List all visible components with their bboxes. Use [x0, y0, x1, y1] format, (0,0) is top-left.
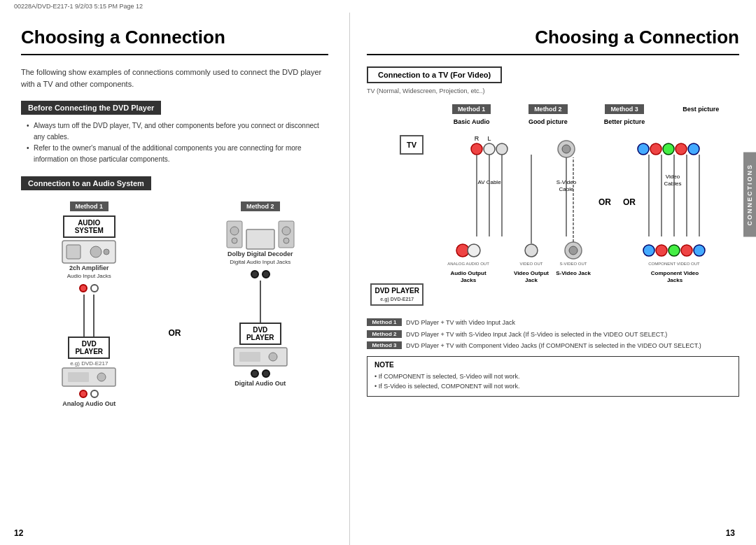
method2-diagram: Dolby Digital Decoder Digital Audio Inpu… — [225, 215, 295, 388]
digital-input-connectors — [251, 270, 270, 278]
method1-diagram: AUDIOSYSTEM 2ch Amplifier Audio Input Ja… — [61, 215, 117, 409]
methods-header: Method 1 Basic Audio Method 2 Good pictu… — [433, 101, 739, 127]
svg-point-56 — [681, 245, 692, 256]
svg-point-15 — [284, 238, 289, 243]
amplifier-icon — [61, 239, 117, 264]
svg-point-19 — [269, 353, 277, 361]
digital-out-connectors — [251, 369, 270, 378]
svg-text:S-VIDEO OUT: S-VIDEO OUT — [559, 262, 587, 266]
side-labels: TV DVD PLAYER e.g) DVD-E217 — [367, 128, 426, 313]
intro-text: The following show examples of connectio… — [21, 66, 328, 90]
good-picture-label: Good picture — [528, 118, 568, 125]
svg-text:Jacks: Jacks — [667, 277, 683, 283]
method1-col: Method 1 AUDIOSYSTEM 2ch Amplifier Audio… — [21, 201, 158, 409]
red-connector — [79, 284, 88, 292]
method1-badge: Method 1 — [70, 201, 109, 211]
method2-badge: Method 2 — [528, 104, 568, 114]
svg-rect-18 — [239, 352, 260, 362]
dvd-player-box-2: DVDPLAYER — [239, 323, 281, 345]
svg-text:COMPONENT VIDEO OUT: COMPONENT VIDEO OUT — [648, 262, 700, 266]
left-page-number: 12 — [14, 528, 23, 538]
connection-audio-label: Connection to an Audio System — [21, 176, 151, 190]
method2-jacks-label: Digital Audio Input Jacks — [230, 259, 290, 265]
svg-text:Video: Video — [666, 174, 680, 180]
before-connecting-bullets: Always turn off the DVD player, TV, and … — [28, 120, 328, 165]
svg-text:S-Video Jack: S-Video Jack — [556, 270, 591, 276]
method3-badge: Method 3 — [605, 104, 644, 114]
svg-point-14 — [282, 227, 290, 235]
method2-badge: Method 2 — [241, 201, 280, 211]
svg-text:L: L — [487, 135, 491, 142]
svg-text:Jacks: Jacks — [461, 277, 477, 283]
basic-audio-label: Basic Audio — [454, 118, 490, 125]
method2-device-label: Dolby Digital Decoder — [227, 250, 293, 257]
white-out — [90, 390, 99, 398]
optical-connector — [251, 270, 259, 278]
svg-point-11 — [230, 227, 239, 235]
svg-text:Video Output: Video Output — [514, 270, 549, 276]
better-picture-label: Better picture — [604, 118, 645, 125]
digital-out-label: Digital Audio Out — [234, 380, 286, 387]
svg-point-55 — [668, 245, 680, 256]
legend-row-2: Method 2 DVD Player + TV with S-Video In… — [367, 330, 739, 339]
legend-badge-2: Method 2 — [367, 330, 402, 338]
note-header: NOTE — [374, 361, 732, 369]
svg-point-29 — [663, 143, 674, 155]
svg-point-22 — [471, 143, 482, 155]
svg-point-49 — [468, 244, 480, 257]
main-content: Choosing a Connection The following show… — [0, 13, 756, 545]
video-diagram-svg: R L AV Cable — [426, 128, 727, 310]
video-diagram-svg-container: R L AV Cable — [426, 128, 739, 313]
svg-point-53 — [643, 245, 654, 256]
svg-rect-7 — [68, 372, 89, 382]
note-bullet-1: • If COMPONENT is selected, S-Video will… — [374, 371, 732, 381]
eg-label-1: e.g) DVD-E217 — [70, 360, 108, 367]
svg-point-24 — [496, 143, 507, 155]
svg-rect-9 — [246, 229, 274, 249]
svg-point-3 — [104, 249, 109, 255]
method-legend: Method 1 DVD Player + TV with Video Inpu… — [367, 318, 739, 351]
svg-point-2 — [90, 246, 102, 257]
svg-point-12 — [232, 238, 237, 243]
dvd-player-label-box: DVD PLAYER e.g) DVD-E217 — [370, 283, 424, 306]
svg-text:ANALOG AUDIO OUT: ANALOG AUDIO OUT — [447, 262, 489, 266]
svg-text:Cables: Cables — [664, 181, 682, 187]
legend-badge-3: Method 3 — [367, 341, 402, 349]
svg-text:R: R — [475, 135, 479, 142]
left-page-title: Choosing a Connection — [21, 27, 328, 55]
red-out — [79, 390, 88, 398]
method1-jacks-label: Audio Input Jacks — [67, 273, 111, 279]
note-box: NOTE • If COMPONENT is selected, S-Video… — [367, 356, 739, 397]
svg-point-23 — [484, 143, 495, 155]
legend-row-3: Method 3 DVD Player + TV with Component … — [367, 341, 739, 351]
legend-row-1: Method 1 DVD Player + TV with Video Inpu… — [367, 318, 739, 327]
svg-point-27 — [638, 143, 649, 155]
audio-system-box: AUDIOSYSTEM — [63, 215, 115, 238]
dvd-player-icon-2 — [232, 346, 288, 367]
right-page-number: 13 — [726, 528, 735, 538]
svg-point-28 — [650, 143, 662, 155]
legend-badge-1: Method 1 — [367, 318, 402, 326]
coax-out — [262, 369, 270, 378]
white-connector — [90, 284, 99, 292]
svg-text:VIDEO OUT: VIDEO OUT — [519, 262, 542, 266]
cable-line-2 — [250, 281, 271, 323]
connections-tab: CONNECTIONS — [743, 153, 756, 237]
tv-label-box: TV — [400, 135, 424, 155]
dvd-eg-label: e.g) DVD-E217 — [380, 297, 414, 302]
svg-text:Jack: Jack — [525, 277, 538, 283]
method2-header: Method 2 Good picture — [510, 101, 586, 127]
analog-out-connectors — [79, 390, 99, 398]
bullet-1: Always turn off the DVD player, TV, and … — [28, 120, 328, 143]
decoder-icon — [225, 215, 295, 250]
svg-point-31 — [688, 143, 699, 155]
tv-subtitle: TV (Normal, Widescreen, Projection, etc.… — [367, 87, 739, 94]
best-picture-label: Best picture — [682, 106, 719, 113]
svg-point-52 — [569, 246, 578, 255]
method1-header: Method 1 Basic Audio — [433, 101, 510, 127]
coax-connector — [262, 270, 270, 278]
svg-point-54 — [656, 245, 667, 256]
note-bullets: • If COMPONENT is selected, S-Video will… — [374, 371, 732, 392]
left-page: Choosing a Connection The following show… — [0, 13, 350, 545]
svg-text:OR: OR — [598, 197, 611, 207]
